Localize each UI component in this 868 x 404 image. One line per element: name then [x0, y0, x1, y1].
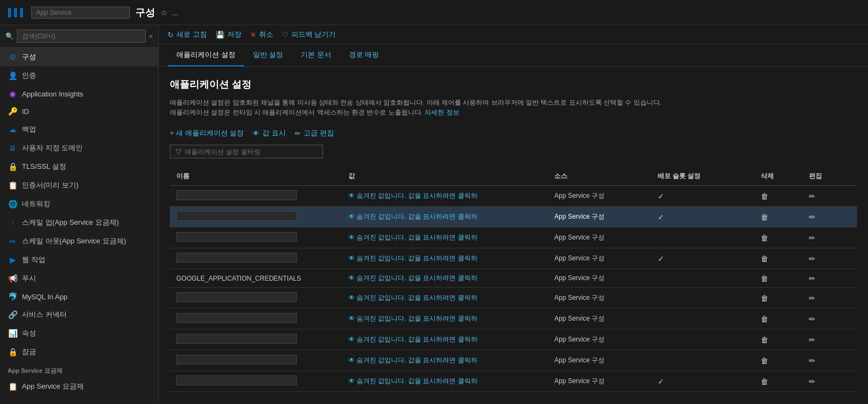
filter-container: ▽	[170, 145, 323, 158]
tab-app-settings[interactable]: 애플리케이션 설정	[168, 44, 244, 66]
delete-button[interactable]: 🗑	[761, 335, 768, 344]
feedback-button[interactable]: ♡ 피드백 남기기	[282, 30, 336, 39]
table-cell-value[interactable]: 👁 숨겨진 값입니다. 값을 표시하려면 클릭하	[342, 350, 548, 371]
sidebar-item-scale-up[interactable]: ↑ 스케일 업(App Service 요금제)	[0, 213, 158, 232]
hidden-value-text[interactable]: 👁 숨겨진 값입니다. 값을 표시하려면 클릭하	[348, 274, 478, 282]
hidden-value-text[interactable]: 👁 숨겨진 값입니다. 값을 표시하려면 클릭하	[348, 234, 478, 241]
search-input[interactable]	[17, 30, 146, 43]
table-cell-value[interactable]: 👁 숨겨진 값입니다. 값을 표시하려면 클릭하	[342, 371, 548, 392]
delete-button[interactable]: 🗑	[761, 213, 768, 221]
auth-icon: 👤	[8, 71, 18, 80]
table-cell-value[interactable]: 👁 숨겨진 값입니다. 값을 표시하려면 클릭하	[342, 207, 548, 227]
hidden-value-text[interactable]: 👁 숨겨진 값입니다. 값을 표시하려면 클릭하	[348, 356, 478, 364]
table-cell-value[interactable]: 👁 숨겨진 값입니다. 값을 표시하려면 클릭하	[342, 329, 548, 350]
table-cell-value[interactable]: 👁 숨겨진 값입니다. 값을 표시하려면 클릭하	[342, 269, 548, 288]
tab-general[interactable]: 일반 설정	[244, 44, 292, 66]
sidebar-item-app-insights[interactable]: ◉ Application Insights	[0, 85, 158, 103]
table-cell-slot: ✓	[651, 186, 754, 207]
edit-button[interactable]: ✏	[809, 377, 815, 386]
edit-button[interactable]: ✏	[809, 192, 815, 201]
more-icon[interactable]: ...	[172, 8, 179, 17]
slot-checkmark: ✓	[658, 254, 664, 263]
table-cell-value[interactable]: 👁 숨겨진 값입니다. 값을 표시하려면 클릭하	[342, 248, 548, 269]
sidebar-item-push[interactable]: 📢 푸시	[0, 269, 158, 288]
table-cell-value[interactable]: 👁 숨겨진 값입니다. 값을 표시하려면 클릭하	[342, 227, 548, 248]
hidden-value-text[interactable]: 👁 숨겨진 값입니다. 값을 표시하려면 클릭하	[348, 192, 478, 200]
sidebar-item-scale-out[interactable]: ⇔ 스케일 아웃(App Service 요금제)	[0, 232, 158, 251]
content-area: ↻ 새로 고침 💾 저장 ✕ 취소 ♡ 피드백 남기기 애플리케이션 설정 일반	[159, 25, 868, 404]
hidden-value-text[interactable]: 👁 숨겨진 값입니다. 값을 표시하려면 클릭하	[348, 377, 478, 385]
scale-out-icon: ⇔	[8, 237, 18, 246]
show-values-button[interactable]: 👁 값 표시	[252, 128, 286, 138]
sidebar-item-auth[interactable]: 👤 인증	[0, 66, 158, 85]
edit-button[interactable]: ✏	[809, 356, 815, 365]
star-icon[interactable]: ☆	[160, 8, 168, 17]
sidebar-item-webjob-label: 웹 작업	[22, 255, 45, 265]
sidebar-item-app-service-plan[interactable]: 📋 App Service 요금제	[0, 377, 158, 396]
slot-checkmark: ✓	[658, 192, 664, 201]
edit-button[interactable]: ✏	[809, 234, 815, 242]
new-setting-button[interactable]: + 새 애플리케이션 설정	[170, 128, 244, 138]
mysql-icon: 🐬	[8, 292, 18, 301]
filter-input[interactable]	[185, 148, 317, 156]
table-cell-value[interactable]: 👁 숨겨진 값입니다. 값을 표시하려면 클릭하	[342, 288, 548, 309]
edit-button[interactable]: ✏	[809, 315, 815, 323]
table-cell-name	[170, 207, 342, 227]
sidebar-item-properties[interactable]: 📊 속성	[0, 324, 158, 343]
save-button[interactable]: 💾 저장	[216, 30, 242, 39]
delete-button[interactable]: 🗑	[761, 254, 768, 263]
hidden-value-text[interactable]: 👁 숨겨진 값입니다. 값을 표시하려면 클릭하	[348, 254, 478, 262]
resource-name-input[interactable]	[31, 7, 130, 19]
edit-button[interactable]: ✏	[809, 335, 815, 344]
sidebar-item-webjob[interactable]: ▶ 웹 작업	[0, 251, 158, 269]
refresh-label: 새로 고침	[176, 30, 207, 39]
tab-default-doc-label: 기본 문서	[301, 50, 331, 59]
hidden-value-text[interactable]: 👁 숨겨진 값입니다. 값을 표시하려면 클릭하	[348, 315, 478, 322]
table-cell-name	[170, 248, 342, 269]
table-header-row: 이름 값 소스 배포 슬롯 설정 삭제 편집	[170, 167, 857, 186]
sidebar-item-network[interactable]: 🌐 네트워킹	[0, 195, 158, 213]
table-row: 👁 숨겨진 값입니다. 값을 표시하려면 클릭하App Service 구성🗑✏	[170, 350, 857, 371]
col-slot: 배포 슬롯 설정	[651, 167, 754, 186]
tab-general-label: 일반 설정	[253, 50, 284, 59]
filter-icon: ▽	[176, 147, 181, 156]
tab-default-doc[interactable]: 기본 문서	[292, 44, 340, 66]
sidebar-item-backup[interactable]: ☁ 백업	[0, 120, 158, 139]
delete-button[interactable]: 🗑	[761, 377, 768, 386]
delete-button[interactable]: 🗑	[761, 274, 768, 283]
sidebar-item-config[interactable]: ⚙ 구성	[0, 48, 158, 66]
hidden-value-text[interactable]: 👁 숨겨진 값입니다. 값을 표시하려면 클릭하	[348, 213, 478, 220]
delete-button[interactable]: 🗑	[761, 315, 768, 323]
refresh-button[interactable]: ↻ 새로 고침	[168, 30, 207, 39]
edit-button[interactable]: ✏	[809, 254, 815, 263]
sidebar-item-tls[interactable]: 🔒 TLS/SSL 설정	[0, 157, 158, 176]
edit-button[interactable]: ✏	[809, 213, 815, 221]
edit-button[interactable]: ✏	[809, 294, 815, 303]
table-cell-edit: ✏	[802, 248, 857, 269]
table-cell-source: App Service 구성	[548, 207, 651, 227]
learn-more-link[interactable]: 자세한 정보	[424, 109, 459, 116]
sidebar-item-mysql[interactable]: 🐬 MySQL In App	[0, 288, 158, 305]
delete-button[interactable]: 🗑	[761, 294, 768, 303]
sidebar-item-id[interactable]: 🔑 ID	[0, 103, 158, 120]
sidebar-item-push-label: 푸시	[22, 274, 36, 283]
delete-button[interactable]: 🗑	[761, 192, 768, 201]
table-cell-slot	[651, 227, 754, 248]
sidebar-item-custom-domain[interactable]: 🖥 사용자 지정 도메인	[0, 139, 158, 157]
tab-path-mapping[interactable]: 경로 매핑	[340, 44, 388, 66]
collapse-button[interactable]: «	[149, 32, 153, 40]
delete-button[interactable]: 🗑	[761, 356, 768, 365]
edit-button[interactable]: ✏	[809, 274, 815, 283]
delete-button[interactable]: 🗑	[761, 234, 768, 242]
table-cell-value[interactable]: 👁 숨겨진 값입니다. 값을 표시하려면 클릭하	[342, 309, 548, 329]
table-cell-value[interactable]: 👁 숨겨진 값입니다. 값을 표시하려면 클릭하	[342, 186, 548, 207]
advanced-edit-button[interactable]: ✏ 고급 편집	[295, 128, 334, 138]
sidebar-item-service-connector[interactable]: 🔗 서비스 커넥터	[0, 305, 158, 324]
hidden-value-text[interactable]: 👁 숨겨진 값입니다. 값을 표시하려면 클릭하	[348, 294, 478, 301]
sidebar-item-cert[interactable]: 📋 인증서(미리 보기)	[0, 176, 158, 195]
sidebar-item-lock[interactable]: 🔒 잠금	[0, 343, 158, 361]
name-placeholder	[176, 334, 297, 344]
cancel-button[interactable]: ✕ 취소	[250, 30, 273, 39]
table-body: 👁 숨겨진 값입니다. 값을 표시하려면 클릭하App Service 구성✓🗑…	[170, 186, 857, 392]
hidden-value-text[interactable]: 👁 숨겨진 값입니다. 값을 표시하려면 클릭하	[348, 335, 478, 343]
